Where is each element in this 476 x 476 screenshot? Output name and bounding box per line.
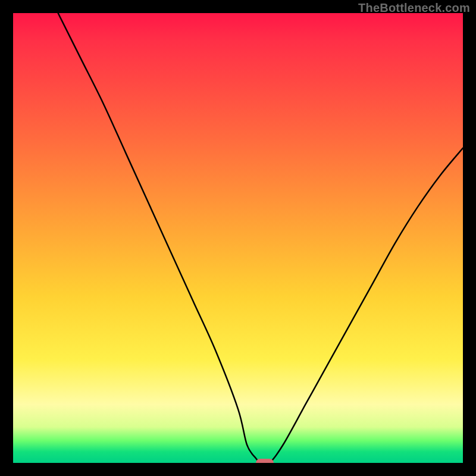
bottleneck-curve [13,13,463,463]
chart-frame: TheBottleneck.com [0,0,476,476]
curve-path [58,13,463,463]
plot-area [13,13,463,463]
watermark-text: TheBottleneck.com [358,1,470,15]
optimal-marker [256,459,274,463]
